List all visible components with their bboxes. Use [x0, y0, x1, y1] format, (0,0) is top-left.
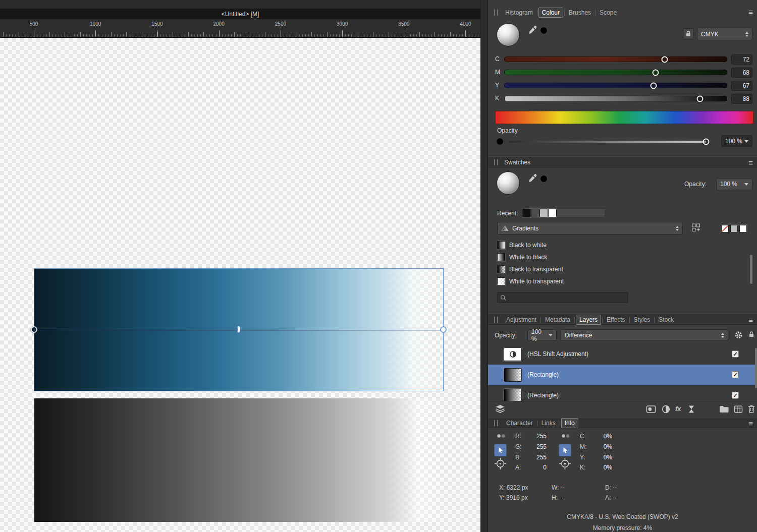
- tab-colour[interactable]: Colour: [538, 8, 563, 18]
- secondary-colour-well[interactable]: [540, 175, 548, 183]
- panel-drag-grip[interactable]: [494, 159, 498, 165]
- colour-sphere-well[interactable]: [497, 171, 520, 195]
- magenta-slider-track[interactable]: [504, 70, 727, 75]
- tab-histogram[interactable]: Histogram: [502, 8, 536, 17]
- gradient-start-handle[interactable]: [31, 326, 37, 333]
- gradient-midpoint-handle[interactable]: [237, 326, 240, 333]
- layer-lock-icon[interactable]: [748, 331, 755, 339]
- swatches-opacity-dropdown[interactable]: 100 %: [716, 178, 752, 190]
- recent-swatch[interactable]: [522, 209, 531, 217]
- layer-thumbnail[interactable]: [504, 389, 522, 401]
- panel-menu-icon[interactable]: [748, 159, 753, 166]
- swatches-scrollbar[interactable]: [750, 255, 752, 284]
- secondary-colour-well[interactable]: [540, 27, 548, 34]
- swatch-category-dropdown[interactable]: Gradients: [497, 222, 683, 234]
- layers-scrollbar[interactable]: [755, 348, 757, 388]
- lock-button[interactable]: [683, 28, 694, 39]
- sampler-cursor-button[interactable]: [494, 444, 507, 456]
- recent-swatch[interactable]: [531, 209, 539, 217]
- panel-menu-icon[interactable]: [748, 316, 753, 324]
- tab-adjustment[interactable]: Adjustment: [503, 315, 539, 324]
- layer-visibility-checkbox[interactable]: [732, 350, 739, 358]
- panel-menu-icon[interactable]: [748, 8, 753, 16]
- yellow-slider-handle[interactable]: [650, 82, 657, 89]
- canvas-vertical-scrollbar[interactable]: [480, 0, 488, 532]
- opacity-slider-track[interactable]: [508, 141, 706, 143]
- magenta-value-field[interactable]: 68: [731, 68, 752, 78]
- sampler-target-icon[interactable]: [495, 458, 506, 469]
- tab-stock[interactable]: Stock: [656, 315, 677, 324]
- swatch-search-field[interactable]: [497, 292, 628, 303]
- gradient-end-handle[interactable]: [440, 326, 447, 333]
- tab-brushes[interactable]: Brushes: [566, 8, 594, 17]
- layer-thumbnail[interactable]: [504, 347, 522, 361]
- layers-panel: Adjustment Metadata Layers Effects Style…: [488, 314, 757, 417]
- none-colour-swatch[interactable]: [721, 225, 729, 232]
- insert-table-grid-icon[interactable]: [734, 405, 743, 413]
- layer-row-rectangle-selected[interactable]: (Rectangle): [488, 365, 757, 385]
- yellow-value-field[interactable]: 67: [731, 81, 752, 91]
- layer-effects-fx-button[interactable]: fx: [675, 405, 681, 412]
- colour-sphere-well[interactable]: [497, 23, 520, 46]
- layers-stack-icon[interactable]: [495, 405, 505, 413]
- colour-mode-dropdown[interactable]: CMYK: [697, 28, 752, 40]
- delete-trash-icon[interactable]: [748, 404, 755, 413]
- cyan-slider-handle[interactable]: [661, 56, 668, 63]
- opacity-zero-well[interactable]: [496, 138, 504, 145]
- eyedropper-icon[interactable]: [527, 173, 537, 184]
- tab-styles[interactable]: Styles: [631, 315, 654, 324]
- live-filter-hourglass-icon[interactable]: [688, 405, 695, 413]
- stepper-icon: [745, 32, 748, 37]
- eyedropper-icon[interactable]: [527, 25, 537, 35]
- tab-links[interactable]: Links: [538, 419, 559, 428]
- tab-character[interactable]: Character: [503, 419, 536, 428]
- layer-visibility-checkbox[interactable]: [732, 392, 739, 399]
- panel-drag-grip[interactable]: [494, 317, 498, 323]
- panel-drag-grip[interactable]: [494, 10, 498, 16]
- mask-layer-icon[interactable]: [646, 405, 656, 413]
- add-swatch-grid-icon[interactable]: [692, 223, 701, 232]
- sampler-target-icon[interactable]: [559, 458, 571, 469]
- gradient-list-item[interactable]: White to black: [497, 251, 737, 263]
- tab-scope[interactable]: Scope: [597, 8, 620, 17]
- grey-swatch[interactable]: [730, 225, 738, 232]
- hue-spectrum-bar[interactable]: [495, 111, 753, 124]
- gray-gradient-rectangle[interactable]: [34, 398, 443, 522]
- layers-opacity-dropdown[interactable]: 100 %: [527, 329, 557, 341]
- blend-options-gear-icon[interactable]: [734, 331, 743, 339]
- layer-thumbnail[interactable]: [504, 368, 522, 382]
- yellow-slider-track[interactable]: [504, 83, 727, 88]
- adjustment-layer-icon[interactable]: [662, 405, 670, 413]
- canvas-viewport[interactable]: [0, 38, 480, 532]
- document-tab[interactable]: <Untitled> [M]: [0, 9, 480, 19]
- layer-row-rectangle[interactable]: (Rectangle): [488, 385, 757, 401]
- panel-drag-grip[interactable]: [494, 420, 498, 426]
- blend-mode-dropdown[interactable]: Difference: [561, 329, 728, 341]
- layer-visibility-checkbox[interactable]: [732, 371, 739, 378]
- swatch-search-input[interactable]: [508, 294, 625, 301]
- slider-label: M: [495, 69, 500, 76]
- gradient-list-item[interactable]: Black to white: [497, 239, 737, 251]
- cyan-slider-track[interactable]: [504, 56, 727, 62]
- gradient-list-item[interactable]: White to transparent: [497, 275, 737, 287]
- tab-info[interactable]: Info: [561, 418, 578, 428]
- layer-row-hsl-adjustment[interactable]: (HSL Shift Adjustment): [488, 344, 757, 365]
- cyan-value-field[interactable]: 72: [731, 54, 752, 65]
- tab-effects[interactable]: Effects: [604, 315, 628, 324]
- sampler-cursor-button[interactable]: [559, 444, 571, 456]
- tab-layers[interactable]: Layers: [576, 315, 601, 325]
- tab-separator: [540, 317, 541, 323]
- gradient-list-item[interactable]: Black to transparent: [497, 263, 737, 275]
- recent-swatch[interactable]: [548, 209, 557, 217]
- opacity-value-dropdown[interactable]: 100 %: [721, 135, 752, 147]
- black-value-field[interactable]: 88: [731, 94, 752, 104]
- white-swatch[interactable]: [739, 225, 747, 232]
- group-folder-icon[interactable]: [719, 405, 729, 413]
- magenta-slider-handle[interactable]: [653, 69, 659, 76]
- black-slider-handle[interactable]: [697, 95, 704, 102]
- black-slider-track[interactable]: [504, 96, 727, 101]
- tab-metadata[interactable]: Metadata: [542, 315, 573, 324]
- opacity-slider-handle[interactable]: [703, 139, 710, 145]
- panel-menu-icon[interactable]: [748, 420, 753, 427]
- recent-swatch[interactable]: [539, 209, 548, 217]
